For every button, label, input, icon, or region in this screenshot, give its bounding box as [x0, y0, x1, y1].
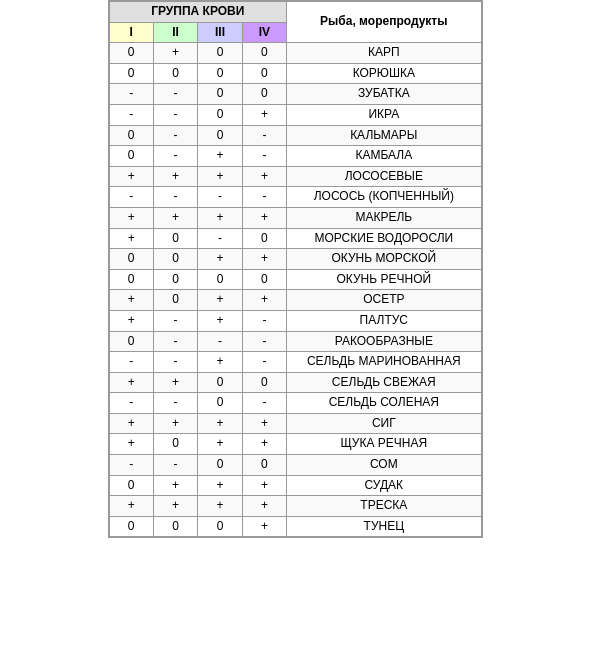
cell-i-2: -: [109, 84, 153, 105]
cell-fish-3: ИКРА: [287, 104, 481, 125]
table-row: ----ЛОСОСЬ (КОПЧЕННЫЙ): [109, 187, 481, 208]
col-ii-header: II: [153, 22, 197, 43]
cell-iv-14: -: [242, 331, 286, 352]
cell-i-5: 0: [109, 146, 153, 167]
cell-fish-10: ОКУНЬ МОРСКОЙ: [287, 249, 481, 270]
cell-fish-0: КАРП: [287, 43, 481, 64]
cell-ii-21: +: [153, 475, 197, 496]
cell-i-14: 0: [109, 331, 153, 352]
cell-iv-11: 0: [242, 269, 286, 290]
cell-ii-14: -: [153, 331, 197, 352]
cell-ii-18: +: [153, 413, 197, 434]
cell-fish-1: КОРЮШКА: [287, 63, 481, 84]
cell-i-12: +: [109, 290, 153, 311]
table-row: --0-СЕЛЬДЬ СОЛЕНАЯ: [109, 393, 481, 414]
cell-fish-16: СЕЛЬДЬ СВЕЖАЯ: [287, 372, 481, 393]
cell-i-11: 0: [109, 269, 153, 290]
cell-ii-8: +: [153, 207, 197, 228]
cell-iv-23: +: [242, 516, 286, 537]
cell-ii-1: 0: [153, 63, 197, 84]
cell-fish-12: ОСЕТР: [287, 290, 481, 311]
cell-iii-1: 0: [198, 63, 242, 84]
cell-i-10: 0: [109, 249, 153, 270]
cell-iv-5: -: [242, 146, 286, 167]
cell-iii-7: -: [198, 187, 242, 208]
table-row: 0+++СУДАК: [109, 475, 481, 496]
col-iv-header: IV: [242, 22, 286, 43]
cell-ii-9: 0: [153, 228, 197, 249]
cell-iii-18: +: [198, 413, 242, 434]
table-row: 0+00КАРП: [109, 43, 481, 64]
cell-fish-7: ЛОСОСЬ (КОПЧЕННЫЙ): [287, 187, 481, 208]
cell-fish-15: СЕЛЬДЬ МАРИНОВАННАЯ: [287, 352, 481, 373]
cell-i-1: 0: [109, 63, 153, 84]
cell-iii-19: +: [198, 434, 242, 455]
cell-fish-14: РАКООБРАЗНЫЕ: [287, 331, 481, 352]
cell-iv-19: +: [242, 434, 286, 455]
table-row: 000+ТУНЕЦ: [109, 516, 481, 537]
cell-iv-18: +: [242, 413, 286, 434]
cell-fish-17: СЕЛЬДЬ СОЛЕНАЯ: [287, 393, 481, 414]
cell-fish-5: КАМБАЛА: [287, 146, 481, 167]
cell-ii-0: +: [153, 43, 197, 64]
table-row: --0+ИКРА: [109, 104, 481, 125]
cell-i-21: 0: [109, 475, 153, 496]
cell-i-6: +: [109, 166, 153, 187]
table-row: --+-СЕЛЬДЬ МАРИНОВАННАЯ: [109, 352, 481, 373]
cell-iv-2: 0: [242, 84, 286, 105]
cell-iv-16: 0: [242, 372, 286, 393]
cell-ii-23: 0: [153, 516, 197, 537]
cell-iv-20: 0: [242, 455, 286, 476]
cell-iv-8: +: [242, 207, 286, 228]
cell-fish-13: ПАЛТУС: [287, 310, 481, 331]
cell-iv-17: -: [242, 393, 286, 414]
table-row: ++++СИГ: [109, 413, 481, 434]
cell-i-13: +: [109, 310, 153, 331]
cell-fish-18: СИГ: [287, 413, 481, 434]
cell-ii-13: -: [153, 310, 197, 331]
cell-ii-17: -: [153, 393, 197, 414]
cell-fish-19: ЩУКА РЕЧНАЯ: [287, 434, 481, 455]
cell-ii-22: +: [153, 496, 197, 517]
cell-iii-15: +: [198, 352, 242, 373]
table-row: +0-0МОРСКИЕ ВОДОРОСЛИ: [109, 228, 481, 249]
cell-ii-5: -: [153, 146, 197, 167]
table-row: ++++МАКРЕЛЬ: [109, 207, 481, 228]
cell-i-16: +: [109, 372, 153, 393]
cell-iv-9: 0: [242, 228, 286, 249]
cell-iii-16: 0: [198, 372, 242, 393]
cell-iii-2: 0: [198, 84, 242, 105]
cell-i-4: 0: [109, 125, 153, 146]
cell-iv-0: 0: [242, 43, 286, 64]
col-i-header: I: [109, 22, 153, 43]
cell-i-18: +: [109, 413, 153, 434]
cell-iv-13: -: [242, 310, 286, 331]
cell-i-15: -: [109, 352, 153, 373]
cell-iii-8: +: [198, 207, 242, 228]
cell-i-22: +: [109, 496, 153, 517]
cell-fish-8: МАКРЕЛЬ: [287, 207, 481, 228]
fish-header: Рыба, морепродукты: [287, 2, 481, 43]
cell-i-20: -: [109, 455, 153, 476]
cell-iii-5: +: [198, 146, 242, 167]
cell-i-7: -: [109, 187, 153, 208]
cell-iv-10: +: [242, 249, 286, 270]
cell-ii-19: 0: [153, 434, 197, 455]
cell-fish-23: ТУНЕЦ: [287, 516, 481, 537]
cell-iii-21: +: [198, 475, 242, 496]
cell-iii-17: 0: [198, 393, 242, 414]
cell-iv-22: +: [242, 496, 286, 517]
cell-iii-6: +: [198, 166, 242, 187]
cell-ii-16: +: [153, 372, 197, 393]
cell-ii-20: -: [153, 455, 197, 476]
cell-i-9: +: [109, 228, 153, 249]
table-row: 0000КОРЮШКА: [109, 63, 481, 84]
cell-iii-22: +: [198, 496, 242, 517]
cell-fish-22: ТРЕСКА: [287, 496, 481, 517]
main-table-container: ГРУППА КРОВИ Рыба, морепродукты I II III…: [108, 0, 483, 538]
cell-ii-7: -: [153, 187, 197, 208]
cell-fish-6: ЛОСОСЕВЫЕ: [287, 166, 481, 187]
cell-i-23: 0: [109, 516, 153, 537]
cell-iii-20: 0: [198, 455, 242, 476]
cell-i-19: +: [109, 434, 153, 455]
